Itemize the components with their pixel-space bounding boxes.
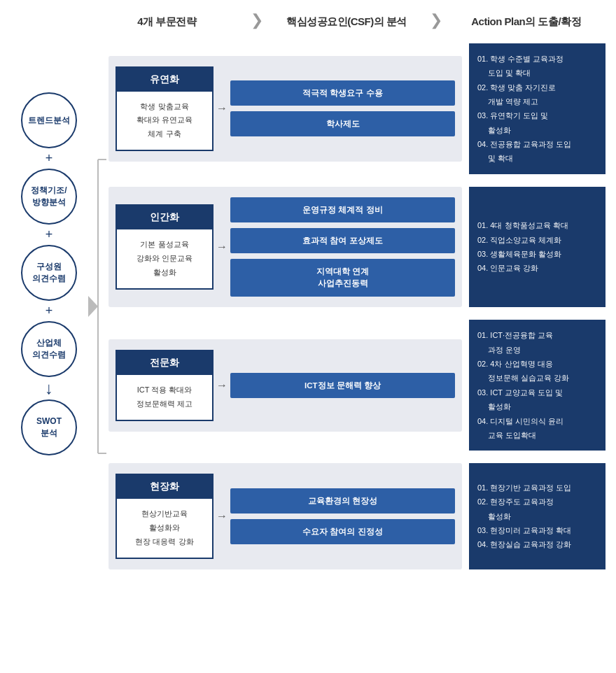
csf-1-1: 적극적 학생요구 수용 xyxy=(230,80,455,106)
strategy-content-4: 현상기반교육활성화와현장 대응력 강화 xyxy=(117,499,212,557)
strategy-row-1: 유연화 학생 맞춤교육확대와 유연교육체계 구축 적극적 학생요구 수용 학사제… xyxy=(108,43,606,174)
circle-trend: 트렌드분석 xyxy=(21,92,77,148)
strategy-inner-1: 유연화 학생 맞춤교육확대와 유연교육체계 구축 적극적 학생요구 수용 학사제… xyxy=(108,56,462,162)
csf-1-2: 학사제도 xyxy=(230,111,455,136)
strategies-section: 유연화 학생 맞춤교육확대와 유연교육체계 구축 적극적 학생요구 수용 학사제… xyxy=(108,43,606,569)
plus1: + xyxy=(46,151,53,166)
header-col2: 핵심성공요인(CSF)의 분석 xyxy=(271,15,423,29)
strategy-title-4: 현장화 xyxy=(117,475,212,499)
strategy-box-4: 현장화 현상기반교육활성화와현장 대응력 강화 xyxy=(115,474,214,558)
csf-2-3: 지역대학 연계사업추진동력 xyxy=(230,259,455,297)
action-box-1: 01. 학생 수준별 교육과정 도입 및 확대 02. 학생 맞춤 자기진로 개… xyxy=(469,43,606,174)
strategy-inner-2: 인간화 기본 품성교육강화와 인문교육활성화 운영규정 체계적 정비 효과적 참… xyxy=(108,187,462,308)
action-box-3: 01. ICT·전공융합 교육 과정 운영 02. 4차 산업혁명 대응 정보문… xyxy=(469,320,606,451)
strategy-title-3: 전문화 xyxy=(117,351,212,375)
s2-arrow xyxy=(214,241,230,253)
csf-2-2: 효과적 참여 포상제도 xyxy=(230,228,455,253)
csf-group-2: 운영규정 체계적 정비 효과적 참여 포상제도 지역대학 연계사업추진동력 xyxy=(230,197,455,297)
strategy-inner-3: 전문화 ICT 적용 확대와정보문해력 제고 ICT정보 문해력 향상 xyxy=(108,339,462,432)
action-box-2: 01. 4대 청학품성교육 확대 02. 직업소양교육 체계화 03. 생활체육… xyxy=(469,187,606,308)
big-bracket-arrow xyxy=(88,43,108,569)
s3-arrow xyxy=(214,379,230,392)
header-col1: 4개 부문전략 xyxy=(91,15,243,29)
strategy-content-2: 기본 품성교육강화와 인문교육활성화 xyxy=(117,229,212,288)
page-container: 4개 부문전략 ❯ 핵심성공요인(CSF)의 분석 ❯ Action Plan의… xyxy=(0,0,616,583)
strategy-title-1: 유연화 xyxy=(117,68,212,92)
csf-3-1: ICT정보 문해력 향상 xyxy=(230,373,455,398)
s4-arrow xyxy=(214,510,230,523)
circle-swot: SWOT분석 xyxy=(21,399,77,455)
csf-group-4: 교육환경의 현장성 수요자 참여의 진정성 xyxy=(230,488,455,544)
strategy-row-4: 현장화 현상기반교육활성화와현장 대응력 강화 교육환경의 현장성 수요자 참여… xyxy=(108,463,606,569)
circle-industry: 산업체의견수렴 xyxy=(21,321,77,377)
arrow-down: ↓ xyxy=(45,378,53,398)
header-arrow1: ❯ xyxy=(243,11,271,29)
strategy-row-2: 인간화 기본 품성교육강화와 인문교육활성화 운영규정 체계적 정비 효과적 참… xyxy=(108,187,606,308)
csf-2-1: 운영규정 체계적 정비 xyxy=(230,197,455,222)
csf-4-1: 교육환경의 현장성 xyxy=(230,488,455,513)
strategy-content-3: ICT 적용 확대와정보문해력 제고 xyxy=(117,375,212,420)
header-col3: Action Plan의 도출/확정 xyxy=(450,15,602,29)
strategy-box-1: 유연화 학생 맞춤교육확대와 유연교육체계 구축 xyxy=(115,66,214,151)
plus2: + xyxy=(46,227,53,242)
circle-member: 구성원의견수렴 xyxy=(21,245,77,301)
strategy-inner-4: 현장화 현상기반교육활성화와현장 대응력 강화 교육환경의 현장성 수요자 참여… xyxy=(108,463,462,569)
svg-marker-4 xyxy=(88,296,98,317)
header-arrow2: ❯ xyxy=(422,11,450,29)
strategy-title-2: 인간화 xyxy=(117,206,212,229)
strategy-box-3: 전문화 ICT 적용 확대와정보문해력 제고 xyxy=(115,350,214,421)
action-box-4: 01. 현장기반 교육과정 도입 02. 현장주도 교육과정 활성화 03. 현… xyxy=(469,463,606,569)
csf-4-2: 수요자 참여의 진정성 xyxy=(230,519,455,544)
strategy-box-2: 인간화 기본 품성교육강화와 인문교육활성화 xyxy=(115,204,214,289)
header-row: 4개 부문전략 ❯ 핵심성공요인(CSF)의 분석 ❯ Action Plan의… xyxy=(7,14,609,43)
csf-group-1: 적극적 학생요구 수용 학사제도 xyxy=(230,80,455,136)
s1-arrow xyxy=(214,102,230,115)
plus3: + xyxy=(46,304,53,318)
left-column: 트렌드분석 + 정책기조/방향분석 + 구성원의견수렴 + 산업체의견수렴 ↓ … xyxy=(10,43,88,455)
main-content: 트렌드분석 + 정책기조/방향분석 + 구성원의견수렴 + 산업체의견수렴 ↓ … xyxy=(7,43,609,569)
csf-group-3: ICT정보 문해력 향상 xyxy=(230,373,455,398)
strategy-row-3: 전문화 ICT 적용 확대와정보문해력 제고 ICT정보 문해력 향상 01. … xyxy=(108,320,606,451)
strategy-content-1: 학생 맞춤교육확대와 유연교육체계 구축 xyxy=(117,92,212,150)
circle-policy: 정책기조/방향분석 xyxy=(21,169,77,225)
